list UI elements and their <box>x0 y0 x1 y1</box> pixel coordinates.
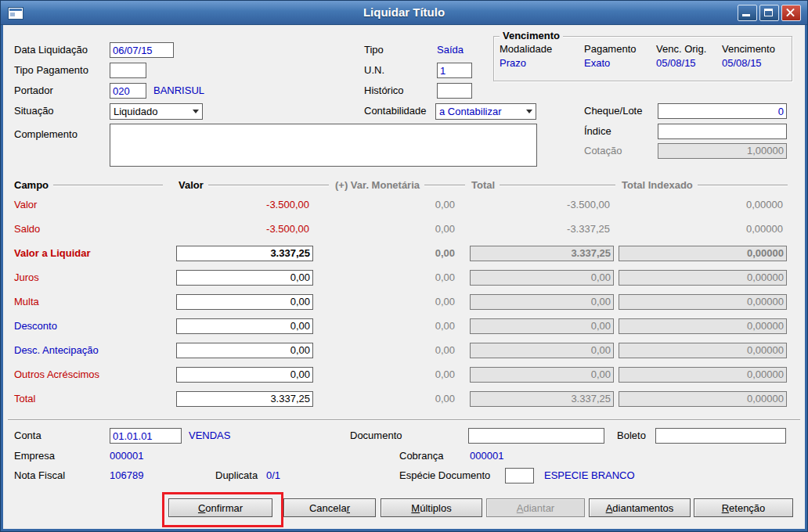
minimize-button[interactable] <box>738 5 757 21</box>
adiantar-button: Adiantar <box>486 498 585 517</box>
window-title: Liquidar Título <box>1 1 807 24</box>
adiantamentos-button[interactable]: Adiantamentos <box>589 498 691 517</box>
titlebar: Liquidar Título <box>1 1 807 25</box>
maximize-button[interactable] <box>759 5 779 21</box>
window-controls <box>738 5 801 21</box>
maximize-icon <box>764 9 773 16</box>
multiplos-button[interactable]: Múltiplos <box>381 498 482 517</box>
retencao-button[interactable]: Retenção <box>694 498 793 517</box>
buttons-row: ConfirmarCancelarMúltiplosAdiantarAdiant… <box>0 0 808 532</box>
close-button[interactable] <box>781 5 801 21</box>
dialog-window: Liquidar Título Data Liquidação Tipo Pag… <box>0 0 808 532</box>
confirmar-button[interactable]: Confirmar <box>168 498 272 517</box>
vencimento-caption: Vencimento <box>500 31 563 41</box>
cancelar-button[interactable]: Cancelar <box>283 498 376 517</box>
minimize-icon <box>742 14 750 16</box>
